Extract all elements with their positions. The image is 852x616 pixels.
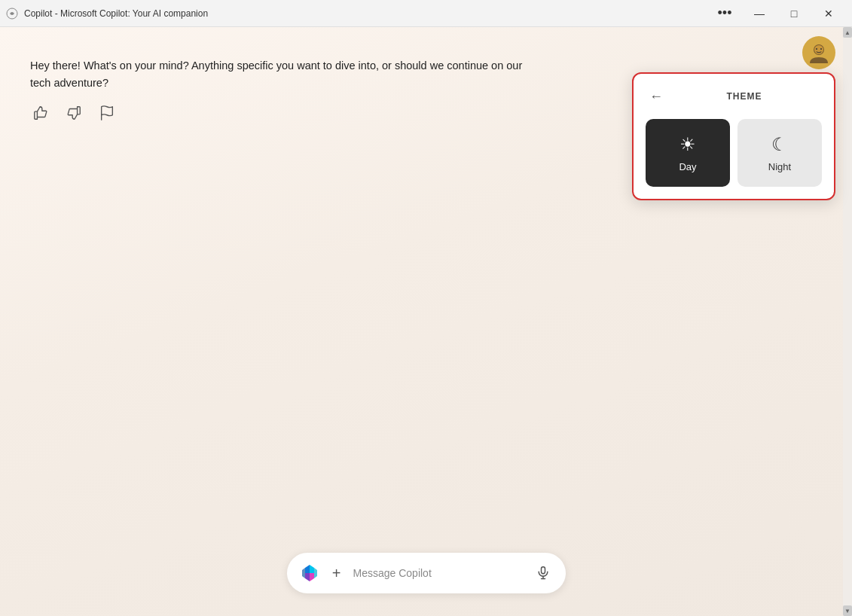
theme-day-option[interactable]: ☀ Day [646, 119, 730, 187]
message-input[interactable]: Message Copilot [353, 567, 527, 579]
theme-back-button[interactable]: ← [646, 86, 667, 107]
svg-rect-6 [541, 567, 545, 574]
scrollbar-track[interactable]: ▲ ▼ [843, 27, 852, 616]
app-icon [6, 8, 18, 20]
microphone-button[interactable] [533, 563, 554, 584]
svg-point-3 [816, 48, 817, 50]
theme-night-option[interactable]: ☾ Night [737, 119, 822, 187]
main-area: ▲ ▼ ← THEME ☀ Day ☾ Night [0, 27, 852, 616]
titlebar: Copilot - Microsoft Copilot: Your AI com… [0, 0, 852, 27]
theme-options: ☀ Day ☾ Night [646, 119, 822, 187]
message-area: Hey there! What's on your mind? Anything… [15, 42, 626, 139]
day-label: Day [679, 161, 696, 172]
add-button[interactable]: + [326, 563, 347, 584]
maximize-button[interactable]: □ [777, 0, 811, 27]
message-actions [30, 102, 611, 124]
theme-popup-header: ← THEME [646, 86, 822, 107]
scrollbar-up-arrow[interactable]: ▲ [843, 27, 852, 38]
more-options-button[interactable]: ••• [707, 0, 742, 27]
thumbs-up-button[interactable] [30, 102, 51, 124]
minimize-button[interactable]: — [742, 0, 777, 27]
scrollbar-down-arrow[interactable]: ▼ [843, 605, 852, 616]
message-text: Hey there! What's on your mind? Anything… [30, 57, 542, 92]
thumbs-down-button[interactable] [63, 102, 84, 124]
close-button[interactable]: ✕ [811, 0, 846, 27]
copilot-logo-icon [299, 563, 320, 584]
sun-icon: ☀ [679, 134, 696, 155]
avatar[interactable] [802, 36, 835, 69]
input-bar-container: + Message Copilot [287, 553, 566, 593]
moon-icon: ☾ [771, 134, 788, 155]
theme-title: THEME [667, 91, 822, 102]
theme-popup: ← THEME ☀ Day ☾ Night [632, 72, 835, 200]
window-title: Copilot - Microsoft Copilot: Your AI com… [24, 8, 707, 19]
night-label: Night [768, 161, 791, 172]
svg-point-4 [820, 48, 822, 50]
flag-button[interactable] [96, 102, 118, 124]
input-bar: + Message Copilot [287, 553, 566, 593]
